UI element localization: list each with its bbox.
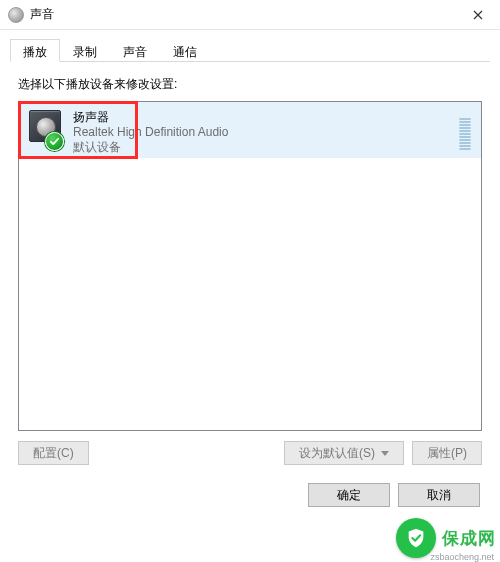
tab-strip: 播放 录制 声音 通信 bbox=[10, 38, 490, 62]
device-item-speaker[interactable]: 扬声器 Realtek High Definition Audio 默认设备 bbox=[19, 102, 481, 158]
watermark-text-wrap: 保成网 bbox=[442, 527, 496, 550]
default-check-icon bbox=[45, 132, 64, 151]
tab-playback-panel: 选择以下播放设备来修改设置: 扬声器 Realtek High Definiti… bbox=[10, 62, 490, 473]
tab-playback[interactable]: 播放 bbox=[10, 39, 60, 62]
device-driver: Realtek High Definition Audio bbox=[73, 125, 228, 140]
watermark-domain: zsbaocheng.net bbox=[430, 552, 494, 562]
close-icon bbox=[473, 10, 483, 20]
titlebar: 声音 bbox=[0, 0, 500, 30]
properties-button[interactable]: 属性(P) bbox=[412, 441, 482, 465]
tab-recording[interactable]: 录制 bbox=[60, 39, 110, 62]
tab-sounds[interactable]: 声音 bbox=[110, 39, 160, 62]
dropdown-caret-icon bbox=[381, 451, 389, 456]
configure-button[interactable]: 配置(C) bbox=[18, 441, 89, 465]
spacer bbox=[97, 441, 276, 465]
dialog-button-row: 确定 取消 bbox=[10, 473, 490, 507]
watermark-name: 保成网 bbox=[442, 527, 496, 550]
close-button[interactable] bbox=[455, 0, 500, 30]
set-default-label: 设为默认值(S) bbox=[299, 445, 375, 462]
device-text: 扬声器 Realtek High Definition Audio 默认设备 bbox=[73, 110, 228, 155]
device-status: 默认设备 bbox=[73, 140, 228, 155]
device-icon-wrap bbox=[29, 110, 63, 150]
instruction-text: 选择以下播放设备来修改设置: bbox=[18, 76, 482, 93]
ok-button[interactable]: 确定 bbox=[308, 483, 390, 507]
app-icon bbox=[8, 7, 24, 23]
panel-button-row: 配置(C) 设为默认值(S) 属性(P) bbox=[18, 441, 482, 465]
dialog-client: 播放 录制 声音 通信 选择以下播放设备来修改设置: 扬声器 Realtek H… bbox=[0, 30, 500, 517]
device-list[interactable]: 扬声器 Realtek High Definition Audio 默认设备 bbox=[18, 101, 482, 431]
tab-communications[interactable]: 通信 bbox=[160, 39, 210, 62]
set-default-button[interactable]: 设为默认值(S) bbox=[284, 441, 404, 465]
window-title: 声音 bbox=[30, 6, 455, 23]
device-name: 扬声器 bbox=[73, 110, 228, 125]
level-meter-icon bbox=[459, 110, 471, 150]
cancel-button[interactable]: 取消 bbox=[398, 483, 480, 507]
